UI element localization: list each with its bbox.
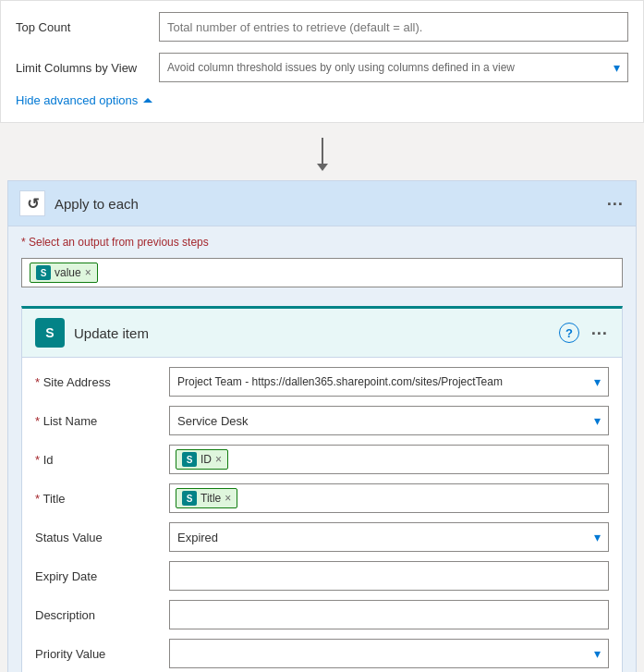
list-name-label: List Name bbox=[35, 414, 169, 428]
priority-chevron-icon: ▾ bbox=[594, 646, 601, 661]
status-label: Status Value bbox=[35, 531, 169, 544]
top-section: Top Count Limit Columns by View Avoid co… bbox=[0, 0, 644, 123]
expiry-date-input[interactable] bbox=[169, 561, 609, 591]
priority-select[interactable]: ▾ bbox=[169, 639, 609, 668]
update-item-actions: ? ⋯ bbox=[559, 323, 609, 343]
select-output-label: * Select an output from previous steps bbox=[8, 226, 636, 254]
apply-each-header: ↺ Apply to each ⋯ bbox=[8, 181, 636, 226]
apply-to-each-section: ↺ Apply to each ⋯ * Select an output fro… bbox=[7, 180, 637, 672]
site-address-row: Site Address Project Team - https://dall… bbox=[35, 367, 609, 397]
expiry-date-label: Expiry Date bbox=[35, 569, 169, 583]
status-value: Expired bbox=[177, 531, 218, 544]
value-token-close-icon[interactable]: × bbox=[85, 266, 91, 279]
arrow-connector bbox=[0, 123, 644, 180]
title-token-box[interactable]: S Title × bbox=[169, 483, 609, 513]
id-token-s-icon: S bbox=[182, 452, 197, 467]
hide-advanced-button[interactable]: Hide advanced options bbox=[16, 93, 628, 107]
update-item-section: S Update item ? ⋯ Site Address Project T… bbox=[21, 306, 623, 672]
limit-columns-value: Avoid column threshold issues by only us… bbox=[167, 61, 515, 74]
limit-columns-row: Limit Columns by View Avoid column thres… bbox=[16, 53, 628, 82]
site-address-chevron-icon: ▾ bbox=[594, 374, 601, 389]
apply-each-title-group: ↺ Apply to each bbox=[19, 190, 139, 216]
priority-label: Priority Value bbox=[35, 647, 169, 661]
title-row: Title S Title × bbox=[35, 483, 609, 513]
id-token-close-icon[interactable]: × bbox=[215, 453, 222, 466]
description-row: Description bbox=[35, 600, 609, 629]
status-chevron-icon: ▾ bbox=[594, 530, 601, 544]
apply-each-more-button[interactable]: ⋯ bbox=[606, 193, 625, 214]
description-label: Description bbox=[35, 608, 169, 622]
list-name-value: Service Desk bbox=[177, 414, 249, 428]
apply-each-label: Apply to each bbox=[55, 196, 139, 212]
priority-row: Priority Value ▾ bbox=[35, 639, 609, 668]
site-address-value: Project Team - https://dallen365.sharepo… bbox=[177, 375, 503, 388]
hide-advanced-label: Hide advanced options bbox=[16, 93, 138, 107]
value-token-row: S value × bbox=[8, 254, 636, 299]
update-item-label: Update item bbox=[74, 325, 149, 341]
title-token-chip: S Title × bbox=[176, 488, 237, 508]
top-count-label: Top Count bbox=[16, 20, 159, 34]
id-token-label: ID bbox=[200, 453, 212, 466]
update-item-header: S Update item ? ⋯ bbox=[22, 309, 622, 358]
list-name-chevron-icon: ▾ bbox=[594, 413, 601, 428]
update-item-s-icon: S bbox=[35, 318, 65, 348]
loop-icon: ↺ bbox=[19, 190, 45, 216]
status-row: Status Value Expired ▾ bbox=[35, 522, 609, 552]
title-token-close-icon[interactable]: × bbox=[225, 492, 231, 505]
update-item-body: Site Address Project Team - https://dall… bbox=[22, 358, 622, 672]
site-address-select[interactable]: Project Team - https://dallen365.sharepo… bbox=[169, 367, 609, 397]
value-token-chip: S value × bbox=[30, 263, 98, 283]
help-icon[interactable]: ? bbox=[559, 323, 579, 343]
site-address-label: Site Address bbox=[35, 375, 169, 389]
update-item-more-button[interactable]: ⋯ bbox=[590, 323, 609, 343]
top-count-row: Top Count bbox=[16, 12, 628, 42]
title-token-label: Title bbox=[200, 492, 221, 505]
chevron-up-icon bbox=[143, 98, 152, 103]
limit-columns-label: Limit Columns by View bbox=[16, 61, 159, 75]
list-name-row: List Name Service Desk ▾ bbox=[35, 406, 609, 435]
value-token-box[interactable]: S value × bbox=[21, 258, 623, 287]
title-token-s-icon: S bbox=[182, 491, 197, 506]
id-row: Id S ID × bbox=[35, 445, 609, 474]
description-input[interactable] bbox=[169, 600, 609, 629]
id-label: Id bbox=[35, 453, 169, 467]
limit-columns-chevron-icon: ▾ bbox=[614, 60, 620, 75]
update-item-title-group: S Update item bbox=[35, 318, 149, 348]
top-count-input[interactable] bbox=[159, 12, 628, 42]
limit-columns-select[interactable]: Avoid column threshold issues by only us… bbox=[159, 53, 628, 82]
id-token-chip: S ID × bbox=[176, 449, 228, 470]
title-label: Title bbox=[35, 492, 169, 506]
status-select[interactable]: Expired ▾ bbox=[169, 522, 609, 552]
expiry-date-row: Expiry Date bbox=[35, 561, 609, 591]
arrow-down-icon bbox=[322, 138, 323, 165]
value-token-label: value bbox=[55, 266, 81, 279]
token-s-icon: S bbox=[36, 265, 51, 280]
id-token-box[interactable]: S ID × bbox=[169, 445, 609, 474]
list-name-select[interactable]: Service Desk ▾ bbox=[169, 406, 609, 435]
